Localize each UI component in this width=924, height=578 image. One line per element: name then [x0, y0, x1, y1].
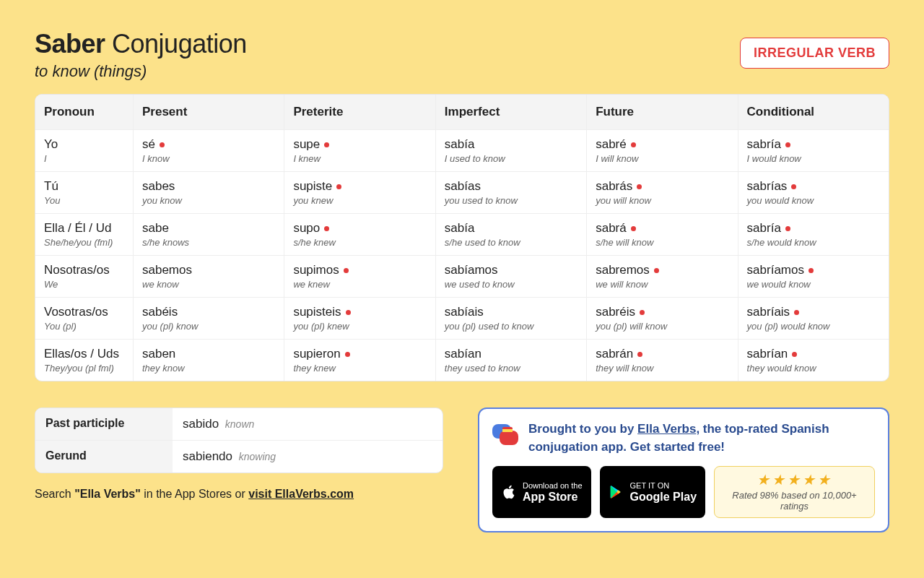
pronoun-cell: Vosotras/osYou (pl) — [35, 297, 133, 339]
verb-form: sabrá — [596, 221, 636, 235]
conjugation-cell: sabéisyou (pl) know — [133, 297, 284, 339]
verb-gloss: you will know — [596, 195, 728, 206]
conjugation-cell: sabíaI used to know — [435, 129, 586, 171]
verb-gloss: s/he will know — [596, 237, 728, 248]
verb-form: sabías — [445, 179, 481, 193]
table-row: Ellas/os / UdsThey/you (pl fml)sabenthey… — [35, 339, 889, 381]
verb-form: sabréis — [596, 305, 645, 319]
table-row: YoIséI knowsupeI knewsabíaI used to know… — [35, 129, 889, 171]
verb-gloss: I will know — [596, 153, 728, 164]
table-row: TúYousabesyou knowsupisteyou knewsabíasy… — [35, 171, 889, 213]
conjugation-cell: séI know — [133, 129, 284, 171]
verb-form: sabrás — [596, 179, 642, 193]
verb-form: sabremos — [596, 263, 659, 277]
pronoun-cell: TúYou — [35, 171, 133, 213]
verb-gloss: you (pl) know — [142, 321, 275, 332]
conjugation-cell: supimoswe knew — [284, 255, 435, 297]
verb-gloss: I knew — [293, 153, 426, 164]
table-row: Ella / Él / UdShe/he/you (fml)sabes/he k… — [35, 213, 889, 255]
table-row: Vosotras/osYou (pl)sabéisyou (pl) knowsu… — [35, 297, 889, 339]
conjugation-cell: sabemoswe know — [133, 255, 284, 297]
column-header: Pronoun — [35, 95, 133, 129]
conjugation-cell: sabíamoswe used to know — [435, 255, 586, 297]
conjugation-cell: sabías/he used to know — [435, 213, 586, 255]
table-row: Nosotras/osWesabemoswe knowsupimoswe kne… — [35, 255, 889, 297]
participle-table: Past participlesabido knownGerundsabiend… — [35, 407, 443, 473]
column-header: Future — [586, 95, 737, 129]
promo-box: Brought to you by Ella Verbs, the top-ra… — [478, 407, 889, 532]
verb-gloss: s/he knew — [293, 237, 426, 248]
verb-form: supieron — [293, 347, 349, 361]
verb-form: supisteis — [293, 305, 350, 319]
conjugation-table: PronounPresentPreteriteImperfectFutureCo… — [35, 94, 889, 381]
google-play-icon — [609, 484, 624, 500]
conjugation-cell: supos/he knew — [284, 213, 435, 255]
conjugation-cell: sabríamoswe would know — [738, 255, 889, 297]
participle-label: Past participle — [35, 408, 173, 440]
apple-icon — [501, 484, 517, 500]
visit-link[interactable]: visit EllaVerbs.com — [248, 488, 354, 500]
verb-gloss: s/he would know — [747, 237, 880, 248]
verb-gloss: you know — [142, 195, 275, 206]
app-store-badge[interactable]: Download on theApp Store — [492, 466, 591, 518]
verb-gloss: we knew — [293, 279, 426, 290]
rating-text: Rated 98% based on 10,000+ ratings — [722, 490, 867, 512]
verb-gloss: you (pl) used to know — [445, 321, 578, 332]
ella-verbs-link[interactable]: Ella Verbs — [637, 422, 696, 436]
conjugation-cell: supisteyou knew — [284, 171, 435, 213]
conjugation-cell: sabrías/he would know — [738, 213, 889, 255]
verb-form: sabía — [445, 137, 475, 151]
pronoun-cell: Ellas/os / UdsThey/you (pl fml) — [35, 339, 133, 381]
verb-form: sabría — [747, 221, 790, 235]
google-play-badge[interactable]: GET IT ONGoogle Play — [600, 466, 705, 518]
verb-gloss: we used to know — [445, 279, 578, 290]
verb-name: Saber — [35, 29, 105, 59]
conjugation-cell: sabréisyou (pl) will know — [586, 297, 737, 339]
conjugation-cell: sabránthey will know — [586, 339, 737, 381]
conjugation-cell: sabenthey know — [133, 339, 284, 381]
verb-form: sabía — [445, 221, 475, 235]
verb-gloss: you (pl) knew — [293, 321, 426, 332]
conjugation-cell: sabíasyou used to know — [435, 171, 586, 213]
rating-box: ★★★★★ Rated 98% based on 10,000+ ratings — [714, 466, 875, 518]
verb-gloss: we would know — [747, 279, 880, 290]
verb-form: supo — [293, 221, 329, 235]
conjugation-cell: sabréI will know — [586, 129, 737, 171]
verb-subtitle: to know (things) — [35, 62, 247, 81]
verb-form: sabíamos — [445, 263, 498, 277]
conjugation-cell: sabríanthey would know — [738, 339, 889, 381]
verb-form: supimos — [293, 263, 348, 277]
irregular-badge: IRREGULAR VERB — [740, 38, 889, 69]
conjugation-cell: supieronthey knew — [284, 339, 435, 381]
verb-form: sabría — [747, 137, 790, 151]
verb-form: sabré — [596, 137, 636, 151]
verb-form: saben — [142, 347, 175, 361]
conjugation-cell: sabríaI would know — [738, 129, 889, 171]
participle-row: Gerundsabiendo knowing — [35, 440, 443, 473]
verb-gloss: you knew — [293, 195, 426, 206]
participle-row: Past participlesabido known — [35, 408, 443, 440]
verb-form: sabes — [142, 179, 175, 193]
search-line: Search "Ella Verbs" in the App Stores or… — [35, 488, 443, 501]
conjugation-cell: sabremoswe will know — [586, 255, 737, 297]
column-header: Present — [133, 95, 284, 129]
verb-gloss: we will know — [596, 279, 728, 290]
verb-gloss: they knew — [293, 363, 426, 374]
column-header: Conditional — [738, 95, 889, 129]
verb-form: sabrías — [747, 179, 797, 193]
verb-form: supiste — [293, 179, 341, 193]
verb-gloss: they would know — [747, 363, 880, 374]
conjugation-cell: sabríasyou would know — [738, 171, 889, 213]
verb-gloss: they will know — [596, 363, 728, 374]
verb-gloss: I would know — [747, 153, 880, 164]
title-word: Conjugation — [112, 29, 247, 59]
verb-form: sabemos — [142, 263, 192, 277]
conjugation-cell: supeI knew — [284, 129, 435, 171]
conjugation-cell: sabesyou know — [133, 171, 284, 213]
column-header: Preterite — [284, 95, 435, 129]
verb-gloss: they used to know — [445, 363, 578, 374]
app-icon — [492, 420, 520, 448]
verb-gloss: s/he knows — [142, 237, 275, 248]
verb-gloss: I know — [142, 153, 275, 164]
pronoun-cell: Ella / Él / UdShe/he/you (fml) — [35, 213, 133, 255]
